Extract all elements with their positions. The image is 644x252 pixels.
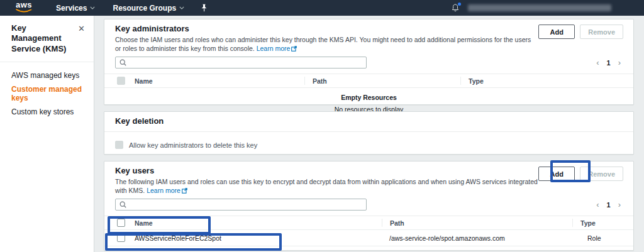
- empty-state-title: Empty Resources: [104, 94, 633, 101]
- select-all-checkbox[interactable]: [117, 77, 125, 85]
- key-users-title: Key users: [115, 166, 538, 175]
- notifications-button[interactable]: [452, 4, 459, 12]
- sidebar-item-custom-key-stores[interactable]: Custom key stores: [0, 105, 94, 119]
- sidebar-divider: [0, 62, 94, 62]
- notification-badge-dot: [458, 3, 461, 6]
- chevron-down-icon: [179, 6, 184, 9]
- key-administrators-title: Key administrators: [115, 24, 538, 33]
- external-link-icon: [291, 46, 297, 52]
- key-deletion-title: Key deletion: [115, 116, 164, 126]
- top-navigation-bar: aws Services Resource Groups: [0, 0, 644, 16]
- pin-icon: [201, 4, 208, 12]
- allow-deletion-label: Allow key administrators to delete this …: [129, 141, 257, 149]
- aws-logo-text: aws: [16, 1, 32, 9]
- nav-services-label: Services: [56, 4, 87, 13]
- prev-page-button[interactable]: ‹: [596, 200, 599, 209]
- search-icon: [119, 59, 126, 66]
- select-all-checkbox[interactable]: [117, 219, 125, 227]
- column-header-type[interactable]: Type: [460, 77, 633, 85]
- nav-right-group: [452, 0, 611, 16]
- admins-pagination: ‹ 1 ›: [596, 58, 621, 67]
- chevron-down-icon: [90, 6, 95, 9]
- search-icon: [119, 201, 126, 208]
- admins-table-header: Name Path Type: [104, 74, 633, 88]
- admins-search-input[interactable]: [130, 58, 366, 67]
- learn-more-link[interactable]: Learn more: [257, 45, 297, 52]
- aws-smile-icon: [16, 9, 32, 13]
- page-number[interactable]: 1: [607, 201, 611, 209]
- key-deletion-panel: Key deletion Allow key administrators to…: [104, 111, 634, 155]
- aws-logo[interactable]: aws: [16, 3, 32, 13]
- prev-page-button[interactable]: ‹: [596, 58, 599, 67]
- admins-empty-state: Empty Resources No resources to display: [104, 94, 633, 113]
- key-administrators-panel: Key administrators Choose the IAM users …: [104, 19, 634, 105]
- users-pagination: ‹ 1 ›: [596, 200, 621, 209]
- sidebar-item-customer-managed-keys[interactable]: Customer managed keys: [0, 82, 94, 105]
- nav-resource-groups-menu[interactable]: Resource Groups: [113, 4, 184, 13]
- admins-remove-button[interactable]: Remove: [580, 25, 623, 39]
- column-header-type[interactable]: Type: [572, 219, 633, 227]
- account-info-redacted[interactable]: [468, 4, 611, 11]
- row-name: AWSServiceRoleForEC2Spot: [135, 234, 389, 242]
- row-path: /aws-service-role/spot.amazonaws.com: [389, 234, 587, 242]
- key-users-panel: Key users The following IAM users and ro…: [104, 161, 634, 251]
- sidebar-item-aws-managed-keys[interactable]: AWS managed keys: [0, 68, 94, 82]
- row-type: Role: [587, 234, 633, 242]
- column-header-path[interactable]: Path: [304, 77, 468, 85]
- description-text: Choose the IAM users and roles who can a…: [115, 36, 531, 52]
- key-users-description: The following IAM users and roles can us…: [115, 178, 538, 195]
- users-add-button[interactable]: Add: [538, 167, 575, 181]
- allow-deletion-checkbox[interactable]: [115, 141, 123, 149]
- learn-more-label: Learn more: [257, 45, 291, 52]
- row-checkbox[interactable]: [117, 234, 125, 242]
- nav-resource-groups-label: Resource Groups: [113, 4, 176, 13]
- next-page-button[interactable]: ›: [618, 58, 621, 67]
- table-row[interactable]: spotinst-iam-stack-lir-SpotinstRole- / R…: [104, 246, 633, 251]
- table-row[interactable]: AWSServiceRoleForEC2Spot /aws-service-ro…: [104, 230, 633, 246]
- key-administrators-description: Choose the IAM users and roles who can a…: [115, 36, 538, 53]
- pin-shortcuts-button[interactable]: [201, 4, 208, 12]
- sidebar-close-button[interactable]: ✕: [78, 25, 85, 54]
- row-checkbox[interactable]: [117, 250, 125, 251]
- nav-services-menu[interactable]: Services: [56, 4, 95, 13]
- admins-add-button[interactable]: Add: [538, 25, 575, 39]
- external-link-icon: [182, 188, 187, 194]
- admins-search-box[interactable]: [115, 57, 367, 68]
- learn-more-link[interactable]: Learn more: [147, 187, 187, 194]
- page-number[interactable]: 1: [607, 59, 611, 67]
- kms-sidebar: Key Management Service (KMS) ✕ AWS manag…: [0, 16, 94, 252]
- users-remove-button[interactable]: Remove: [580, 167, 623, 181]
- users-search-input[interactable]: [130, 200, 366, 209]
- learn-more-label: Learn more: [147, 187, 180, 194]
- column-header-name[interactable]: Name: [135, 219, 389, 227]
- next-page-button[interactable]: ›: [618, 200, 621, 209]
- sidebar-title: Key Management Service (KMS): [11, 23, 74, 54]
- users-table-header: Name Path Type: [104, 216, 633, 230]
- column-header-name[interactable]: Name: [135, 77, 312, 85]
- column-header-path[interactable]: Path: [382, 219, 580, 227]
- users-search-box[interactable]: [115, 199, 367, 211]
